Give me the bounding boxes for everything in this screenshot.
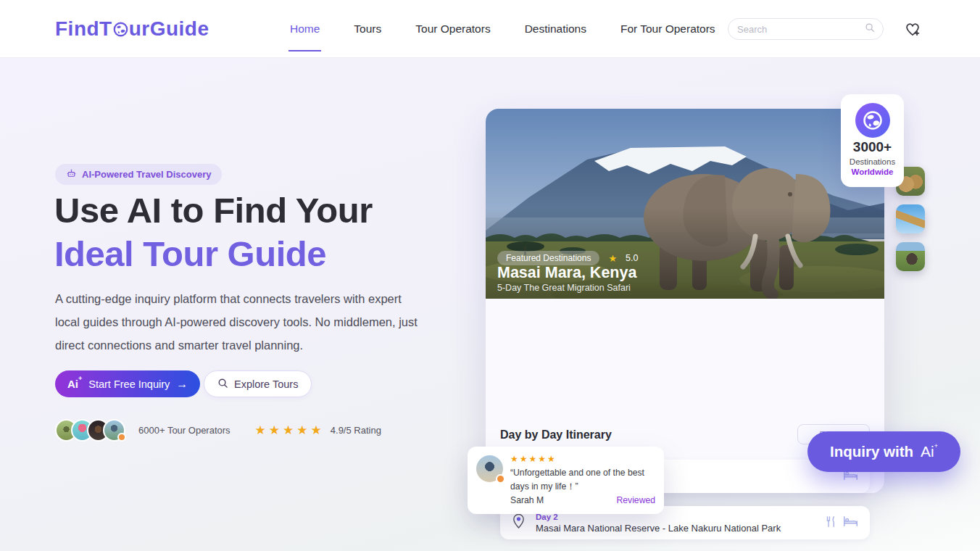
hero-title: Use AI to Find Your Ideal Tour Guide bbox=[54, 188, 373, 276]
nav-tours[interactable]: Tours bbox=[352, 1, 383, 57]
review-quote: “Unforgettable and one of the best days … bbox=[510, 466, 658, 493]
robot-icon bbox=[66, 168, 77, 181]
nav-home[interactable]: Home bbox=[288, 1, 321, 57]
nav-tour-operators[interactable]: Tour Operators bbox=[414, 1, 491, 57]
search-input[interactable] bbox=[737, 24, 865, 35]
social-proof-row: 6000+ Tour Operators ★★★★★ 4.9/5 Rating bbox=[55, 418, 381, 442]
brand-logo[interactable]: FindT urGuide bbox=[55, 16, 209, 42]
destination-title: Masai Mara, Kenya bbox=[497, 264, 636, 282]
ai-plus-icon: Ai+ bbox=[921, 443, 938, 460]
thumbnail-zebra[interactable] bbox=[896, 242, 925, 271]
wishlist-heart-plus-icon[interactable] bbox=[902, 19, 923, 39]
globe-icon bbox=[855, 103, 890, 138]
destination-photo: Featured Destinations ★ 5.0 Masai Mara, … bbox=[486, 109, 884, 299]
start-free-inquiry-button[interactable]: Ai+ Start Free Inquiry → bbox=[55, 370, 200, 397]
search-icon bbox=[217, 378, 228, 391]
rating-value: 4.9/5 Rating bbox=[331, 425, 381, 436]
globe-icon bbox=[113, 19, 128, 42]
hero-description: A cutting-edge inquiry platform that con… bbox=[55, 287, 429, 357]
verified-badge bbox=[117, 433, 126, 442]
inquiry-fab-button[interactable]: Inquiry with Ai+ bbox=[807, 431, 960, 472]
review-stars: ★★★★★ bbox=[510, 454, 557, 464]
reviewer-name: Sarah M bbox=[510, 495, 544, 505]
fab-label: Inquiry with bbox=[830, 443, 913, 460]
map-pin-icon bbox=[512, 513, 526, 532]
search-icon bbox=[865, 22, 875, 36]
avatar bbox=[103, 419, 125, 442]
explore-tours-button[interactable]: Explore Tours bbox=[204, 370, 312, 397]
hero-title-line2: Ideal Tour Guide bbox=[54, 232, 373, 276]
destinations-stats-card: 3000+ Destinations Worldwide bbox=[841, 94, 904, 187]
reviewed-link[interactable]: Reviewed bbox=[616, 495, 655, 505]
restaurant-icon bbox=[826, 515, 836, 531]
badge-label: AI-Powered Travel Discovery bbox=[82, 169, 211, 180]
ai-discovery-badge: AI-Powered Travel Discovery bbox=[55, 164, 222, 185]
stats-sublabel: Worldwide bbox=[841, 167, 904, 176]
star-icon: ★ bbox=[608, 253, 617, 264]
ai-plus-icon: Ai+ bbox=[67, 378, 82, 390]
destination-subtitle: 5-Day The Great Migration Safari bbox=[497, 283, 631, 293]
top-navbar: FindT urGuide Home Tours Tour Operators … bbox=[0, 0, 980, 58]
logo-text-left: FindT bbox=[55, 17, 112, 41]
nav-destinations[interactable]: Destinations bbox=[523, 1, 588, 57]
featured-pill: Featured Destinations bbox=[497, 251, 599, 265]
nav-for-tour-operators[interactable]: For Tour Operators bbox=[619, 1, 717, 57]
secondary-cta-label: Explore Tours bbox=[234, 378, 298, 390]
verified-badge bbox=[496, 474, 505, 484]
avatar bbox=[476, 455, 503, 482]
primary-cta-label: Start Free Inquiry bbox=[88, 378, 170, 390]
image-rating: 5.0 bbox=[626, 253, 638, 263]
day-location: Masai Mara National Reserve - Lake Nakur… bbox=[536, 523, 781, 534]
testimonial-card: ★★★★★ “Unforgettable and one of the best… bbox=[468, 447, 664, 514]
stats-label: Destinations bbox=[841, 157, 904, 166]
arrow-right-icon: → bbox=[176, 378, 188, 391]
rating-stars: ★★★★★ bbox=[255, 423, 325, 438]
hero-title-line1: Use AI to Find Your bbox=[54, 188, 373, 232]
image-meta-row: Featured Destinations ★ 5.0 bbox=[497, 251, 638, 265]
main-nav: Home Tours Tour Operators Destinations F… bbox=[288, 0, 717, 58]
itinerary-heading: Day by Day Itinerary bbox=[500, 428, 612, 442]
operators-count: 6000+ Tour Operators bbox=[138, 425, 231, 436]
landing-page: FindT urGuide Home Tours Tour Operators … bbox=[0, 0, 980, 551]
logo-text-right: urGuide bbox=[129, 17, 209, 41]
search-bar[interactable] bbox=[728, 18, 884, 40]
stats-value: 3000+ bbox=[841, 139, 904, 155]
operator-avatars bbox=[55, 419, 125, 442]
thumbnail-giraffe[interactable] bbox=[896, 204, 925, 233]
bed-icon bbox=[843, 515, 858, 530]
